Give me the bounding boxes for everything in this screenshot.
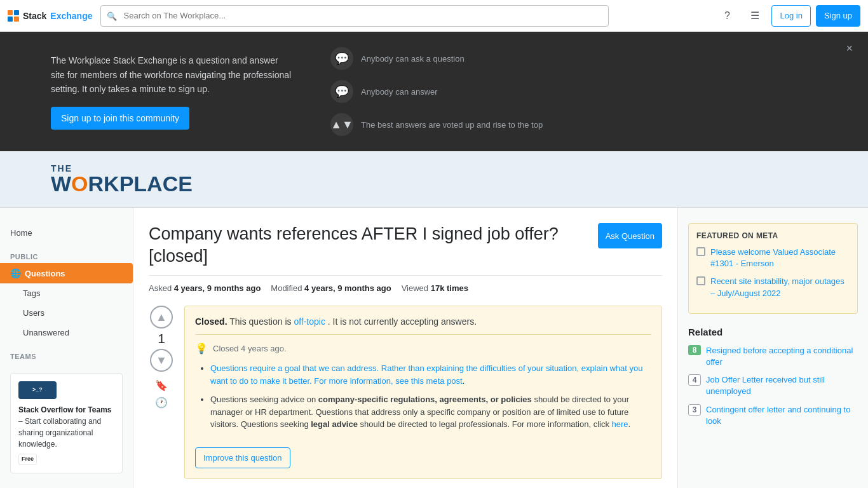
help-button[interactable]: ? — [715, 4, 738, 27]
ask-icon: 💬 — [330, 47, 353, 70]
related-score-2: 4 — [688, 374, 701, 386]
closed-header: Closed. This question is off-topic . It … — [195, 316, 651, 327]
sidebar-item-home[interactable]: Home — [0, 223, 133, 243]
closed-reason-1: Questions require a goal that we can add… — [210, 362, 651, 387]
featured-meta-link-2[interactable]: Recent site instability, major outages –… — [710, 276, 850, 299]
signup-button[interactable]: Sign up — [816, 5, 860, 27]
sidebar-item-unanswered[interactable]: Unanswered — [0, 323, 133, 342]
related-item-2: 4 Job Offer Letter received but still un… — [688, 374, 858, 397]
question-header: Company wants references AFTER I signed … — [149, 223, 662, 276]
banner-feature-vote: ▲▼ The best answers are voted up and ris… — [330, 113, 543, 136]
inbox-button[interactable]: ☰ — [743, 4, 766, 27]
logo-exchange: Exchange — [50, 11, 92, 21]
vote-controls: ▲ 1 ▼ 🔖 🕐 — [149, 306, 174, 488]
sidebar-questions-label: Questions — [25, 269, 65, 278]
sidebar-section-public: PUBLIC — [0, 243, 133, 263]
bookmark-icon[interactable]: 🔖 — [155, 379, 168, 391]
top-navigation: StackExchange 🔍 ? ☰ Log in Sign up — [0, 0, 868, 32]
sidebar-item-tags[interactable]: Tags — [0, 283, 133, 303]
logo-icon — [8, 10, 19, 22]
site-logo-workplace-text: WORKPLACE — [51, 173, 193, 194]
question-vote-section: ▲ 1 ▼ 🔖 🕐 Closed. This question is off-t… — [149, 306, 662, 488]
related-score-3: 3 — [688, 404, 701, 416]
search-icon: 🔍 — [107, 11, 117, 20]
banner-description: The Workplace Stack Exchange is a questi… — [51, 53, 292, 96]
featured-meta-title: Featured on Meta — [696, 231, 850, 240]
left-sidebar: Home PUBLIC 🌐 Questions Tags Users Unans… — [0, 208, 133, 488]
meta-post-link[interactable]: this meta post — [411, 376, 463, 386]
asked-meta: Asked 4 years, 9 months ago — [149, 283, 261, 293]
vote-count: 1 — [158, 331, 165, 346]
closed-reasons: Questions require a goal that we can add… — [195, 362, 651, 431]
related-link-3[interactable]: Contingent offer letter and continuing t… — [706, 404, 858, 427]
upvote-button[interactable]: ▲ — [150, 306, 173, 329]
improve-question-button[interactable]: Improve this question — [195, 447, 290, 468]
banner-features: 💬 Anybody can ask a question 💬 Anybody c… — [330, 47, 543, 136]
modified-meta: Modified 4 years, 9 months ago — [271, 283, 391, 293]
nav-actions: ? ☰ Log in Sign up — [715, 4, 860, 27]
site-header: THE WORKPLACE — [0, 151, 868, 208]
ask-feature-text: Anybody can ask a question — [361, 54, 465, 64]
sidebar-item-questions[interactable]: 🌐 Questions — [0, 263, 133, 283]
site-logo[interactable]: StackExchange — [8, 10, 93, 22]
banner-feature-ask: 💬 Anybody can ask a question — [330, 47, 543, 70]
meta-bullet-2 — [696, 276, 705, 285]
related-link-2[interactable]: Job Offer Letter received but still unem… — [706, 374, 858, 397]
question-title: Company wants references AFTER I signed … — [149, 223, 588, 268]
sidebar-section-teams: TEAMS — [0, 342, 133, 363]
related-item-3: 3 Contingent offer letter and continuing… — [688, 404, 858, 427]
history-icon[interactable]: 🕐 — [155, 396, 168, 409]
signup-banner: × The Workplace Stack Exchange is a ques… — [0, 32, 868, 151]
vote-icon: ▲▼ — [330, 113, 353, 136]
logo-stack: Stack — [23, 11, 46, 21]
question-content: Closed. This question is off-topic . It … — [184, 306, 662, 488]
here-link[interactable]: here — [612, 419, 628, 429]
site-logo-workplace[interactable]: THE WORKPLACE — [51, 164, 193, 194]
ask-question-button[interactable]: Ask Question — [598, 223, 662, 248]
main-container: Home PUBLIC 🌐 Questions Tags Users Unans… — [0, 208, 868, 488]
banner-feature-answer: 💬 Anybody can answer — [330, 80, 543, 103]
question-meta: Asked 4 years, 9 months ago Modified 4 y… — [149, 283, 662, 293]
viewed-meta: Viewed 17k times — [402, 283, 468, 293]
right-sidebar: Featured on Meta Please welcome Valued A… — [677, 208, 868, 488]
related-score-1: 8 — [688, 345, 701, 355]
teams-logo: >_? — [18, 381, 57, 399]
teams-title: Stack Overflow for Teams — [18, 405, 112, 414]
related-link-1[interactable]: Resigned before accepting a conditional … — [706, 345, 858, 368]
free-badge: Free — [18, 454, 37, 465]
lightbulb-icon: 💡 — [195, 342, 208, 355]
banner-close-button[interactable]: × — [846, 42, 853, 55]
teams-desc: – Start collaborating and sharing organi… — [18, 417, 101, 449]
related-title: Related — [688, 327, 858, 337]
content-area: Company wants references AFTER I signed … — [133, 208, 677, 488]
meta-bullet-1 — [696, 247, 705, 256]
featured-meta-item-1: Please welcome Valued Associate #1301 - … — [696, 247, 850, 269]
answer-icon: 💬 — [330, 80, 353, 103]
related-section: Related 8 Resigned before accepting a co… — [688, 327, 858, 427]
related-item-1: 8 Resigned before accepting a conditiona… — [688, 345, 858, 368]
closed-notice: Closed. This question is off-topic . It … — [184, 306, 662, 479]
banner-cta-button[interactable]: Sign up to join this community — [51, 107, 189, 130]
teams-box: >_? Stack Overflow for Teams – Start col… — [10, 373, 123, 473]
questions-icon-wrap: 🌐 Questions — [10, 268, 65, 278]
search-bar: 🔍 — [100, 5, 609, 27]
vote-feature-text: The best answers are voted up and rise t… — [361, 120, 543, 130]
off-topic-link[interactable]: off-topic — [294, 316, 325, 327]
login-button[interactable]: Log in — [771, 5, 810, 27]
downvote-button[interactable]: ▼ — [150, 349, 173, 372]
closed-timestamp: 💡 Closed 4 years ago. — [195, 342, 651, 355]
vote-action-icons: 🔖 🕐 — [155, 379, 168, 409]
featured-meta-box: Featured on Meta Please welcome Valued A… — [688, 223, 858, 314]
answer-feature-text: Anybody can answer — [361, 87, 438, 97]
banner-text-section: The Workplace Stack Exchange is a questi… — [51, 53, 292, 129]
search-input[interactable] — [100, 5, 609, 27]
featured-meta-item-2: Recent site instability, major outages –… — [696, 276, 850, 299]
globe-icon: 🌐 — [10, 268, 21, 278]
closed-reason-2: Questions seeking advice on company-spec… — [210, 393, 651, 431]
sidebar-item-users[interactable]: Users — [0, 303, 133, 323]
featured-meta-link-1[interactable]: Please welcome Valued Associate #1301 - … — [710, 247, 850, 269]
